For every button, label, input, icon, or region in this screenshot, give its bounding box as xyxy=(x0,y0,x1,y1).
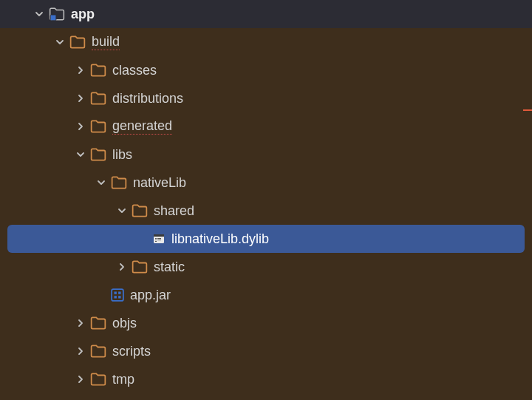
tree-item-generated[interactable]: generated xyxy=(0,112,532,140)
chevron-down-icon xyxy=(55,37,65,47)
tree-item-scripts[interactable]: scripts xyxy=(0,337,532,365)
chevron-right-icon xyxy=(75,93,86,104)
folder-icon xyxy=(90,120,106,133)
chevron-down-icon xyxy=(75,149,86,160)
chevron-right-icon xyxy=(117,262,127,272)
folder-icon xyxy=(132,260,148,274)
tree-item-label: generated xyxy=(112,118,172,135)
tree-item-app[interactable]: app xyxy=(0,0,532,28)
binary-file-icon xyxy=(152,233,166,245)
tree-item-distributions[interactable]: distributions xyxy=(0,84,532,112)
chevron-right-icon xyxy=(75,65,86,75)
tree-item-objs[interactable]: objs xyxy=(0,309,532,337)
tree-item-app-jar[interactable]: app.jar xyxy=(0,281,532,309)
chevron-right-icon xyxy=(75,346,86,356)
tree-item-tmp[interactable]: tmp xyxy=(0,365,532,393)
folder-icon xyxy=(90,345,106,358)
tree-item-label: libs xyxy=(112,147,132,163)
tree-item-label: static xyxy=(154,260,185,275)
tree-item-label: build xyxy=(92,34,120,50)
chevron-placeholder xyxy=(96,290,106,300)
folder-icon xyxy=(90,64,106,77)
tree-item-label: scripts xyxy=(112,344,151,359)
chevron-right-icon xyxy=(75,318,86,328)
jar-file-icon xyxy=(111,288,124,302)
tree-item-label: objs xyxy=(112,316,137,331)
tree-item-label: nativeLib xyxy=(133,175,186,191)
tree-item-label: shared xyxy=(154,203,194,219)
folder-icon xyxy=(132,204,148,217)
folder-icon xyxy=(111,176,127,189)
chevron-down-icon xyxy=(96,177,106,188)
folder-icon xyxy=(69,35,86,49)
chevron-right-icon xyxy=(75,121,86,132)
tree-item-libs[interactable]: libs xyxy=(0,140,532,169)
tree-item-label: app.jar xyxy=(130,288,171,303)
chevron-down-icon xyxy=(117,206,127,216)
tree-item-label: distributions xyxy=(112,91,183,106)
folder-icon xyxy=(90,92,106,105)
tree-item-static[interactable]: static xyxy=(0,253,532,281)
tree-item-label: classes xyxy=(112,63,157,78)
folder-icon xyxy=(90,148,106,161)
folder-icon xyxy=(90,316,106,330)
tree-item-classes[interactable]: classes xyxy=(0,56,532,84)
chevron-right-icon xyxy=(75,374,86,384)
tree-item-shared[interactable]: shared xyxy=(0,197,532,225)
tree-item-nativelib[interactable]: nativeLib xyxy=(0,169,532,197)
error-stripe-marker[interactable] xyxy=(523,109,532,111)
tree-item-label: app xyxy=(71,7,95,22)
tree-item-libnativelib-dylib[interactable]: libnativeLib.dylib xyxy=(7,225,525,253)
folder-icon xyxy=(90,373,106,386)
chevron-down-icon xyxy=(34,9,44,19)
chevron-placeholder xyxy=(137,234,148,244)
tree-item-label: tmp xyxy=(112,372,134,387)
tree-item-label: libnativeLib.dylib xyxy=(171,231,269,247)
tree-item-build[interactable]: build xyxy=(0,28,532,56)
module-icon xyxy=(49,7,65,21)
